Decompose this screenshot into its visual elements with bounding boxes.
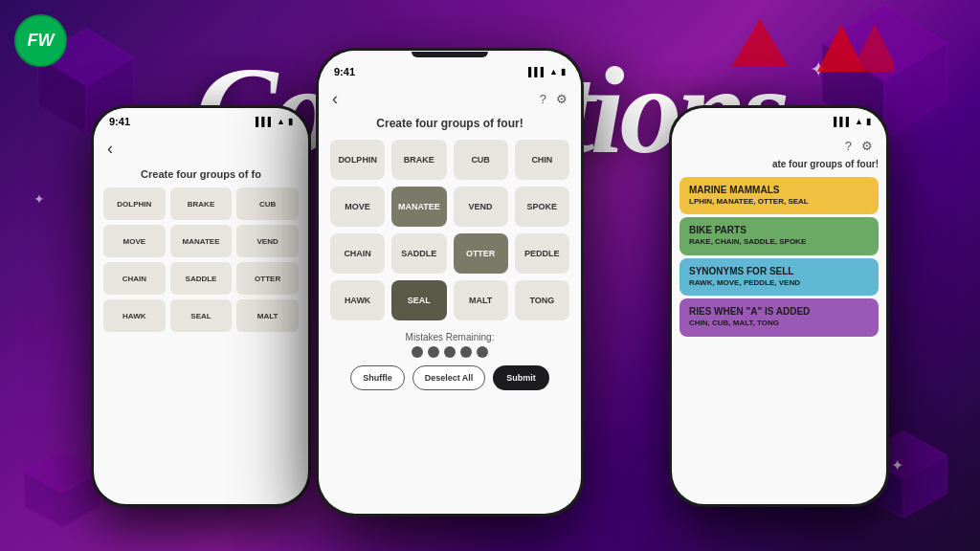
signal-icon-left: ▌▌▌ — [256, 117, 274, 126]
category-bike-title: BIKE PARTS — [689, 225, 869, 235]
settings-icon-right[interactable]: ⚙ — [861, 139, 873, 153]
category-added-title: RIES WHEN "A" IS ADDED — [689, 306, 869, 317]
help-icon[interactable]: ? — [540, 92, 546, 106]
word-tile[interactable]: DOLPHIN — [103, 187, 166, 220]
dot-5 — [477, 346, 488, 358]
dot-1 — [412, 346, 423, 358]
category-added: RIES WHEN "A" IS ADDED CHIN, CUB, MALT, … — [679, 298, 879, 336]
settings-icon[interactable]: ⚙ — [556, 92, 568, 106]
notch — [412, 52, 488, 57]
help-icon-right[interactable]: ? — [845, 139, 852, 153]
nav-bar-center: ‹ ? ⚙ — [319, 85, 581, 113]
nav-bar-left: ‹ — [94, 135, 308, 163]
phone-center: 9:41 ▌▌▌ ▲ ▮ ‹ ? ⚙ Create four groups of… — [316, 48, 584, 517]
word-tile-hawk[interactable]: HAWK — [330, 280, 385, 320]
category-marine: MARINE MAMMALS LPHIN, MANATEE, OTTER, SE… — [679, 177, 879, 214]
word-tile[interactable]: SADDLE — [170, 262, 233, 295]
word-tile[interactable]: CUB — [236, 187, 299, 220]
dot-2 — [428, 346, 439, 358]
category-sell: SYNONYMS FOR SELL RAWK, MOVE, PEDDLE, VE… — [679, 258, 879, 296]
phone-left-screen: 9:41 ▌▌▌ ▲ ▮ ‹ Create four groups of fo … — [94, 108, 308, 504]
word-tile-chin[interactable]: CHIN — [515, 140, 569, 180]
word-tile[interactable]: HAWK — [103, 299, 166, 332]
submit-button[interactable]: Submit — [493, 365, 549, 390]
category-bike-words: RAKE, CHAIN, SADDLE, SPOKE — [689, 237, 869, 247]
status-bar-left: 9:41 ▌▌▌ ▲ ▮ — [94, 108, 308, 135]
back-button-left[interactable]: ‹ — [107, 139, 113, 159]
category-sell-words: RAWK, MOVE, PEDDLE, VEND — [689, 278, 869, 288]
notch-area — [319, 51, 581, 58]
category-bike: BIKE PARTS RAKE, CHAIN, SADDLE, SPOKE — [679, 217, 879, 254]
wifi-icon-left: ▲ — [277, 117, 285, 126]
phone-right: ▌▌▌ ▲ ▮ ? ⚙ ate four groups of four! MAR… — [669, 105, 889, 507]
shuffle-button[interactable]: Shuffle — [350, 365, 405, 390]
phone-right-screen: ▌▌▌ ▲ ▮ ? ⚙ ate four groups of four! MAR… — [672, 108, 886, 504]
game-subtitle-center: Create four groups of four! — [319, 117, 581, 130]
word-tile-move[interactable]: MOVE — [330, 187, 385, 227]
status-icons-right: ▌▌▌ ▲ ▮ — [834, 117, 871, 126]
time-left: 9:41 — [109, 116, 130, 127]
word-tile[interactable]: MOVE — [103, 225, 166, 257]
battery-icon-center: ▮ — [561, 67, 566, 77]
word-tile[interactable]: BRAKE — [170, 187, 233, 220]
time-center: 9:41 — [334, 66, 355, 77]
word-tile-malt[interactable]: MALT — [454, 280, 508, 320]
game-buttons: Shuffle Deselect All Submit — [319, 365, 581, 390]
category-marine-title: MARINE MAMMALS — [689, 185, 869, 195]
word-tile-otter[interactable]: OTTER — [454, 233, 508, 274]
word-tile-manatee[interactable]: MANATEE — [391, 187, 446, 227]
word-tile[interactable]: VEND — [236, 225, 299, 257]
word-tile-cub[interactable]: CUB — [454, 140, 508, 180]
nav-icons-right: ? ⚙ — [845, 139, 873, 153]
word-tile[interactable]: MALT — [236, 299, 299, 332]
word-tile-saddle[interactable]: SADDLE — [391, 233, 446, 274]
category-added-words: CHIN, CUB, MALT, TONG — [689, 319, 869, 328]
status-bar-center: 9:41 ▌▌▌ ▲ ▮ — [319, 58, 581, 85]
category-marine-words: LPHIN, MANATEE, OTTER, SEAL — [689, 197, 869, 207]
mistake-dots — [319, 346, 581, 358]
word-tile[interactable]: MANATEE — [170, 225, 233, 257]
status-icons-center: ▌▌▌ ▲ ▮ — [528, 67, 566, 77]
fw-logo: FW — [14, 14, 67, 67]
word-tile-seal[interactable]: SEAL — [391, 280, 446, 320]
word-tile[interactable]: OTTER — [236, 262, 299, 295]
word-tile-peddle[interactable]: PEDDLE — [515, 233, 569, 274]
mistakes-section: Mistakes Remaining: — [319, 332, 581, 358]
nav-icons-center: ? ⚙ — [540, 92, 568, 106]
signal-icon-right: ▌▌▌ — [834, 117, 852, 126]
word-grid-left: DOLPHIN BRAKE CUB MOVE MANATEE VEND CHAI… — [103, 187, 299, 332]
mistakes-label: Mistakes Remaining: — [406, 332, 495, 342]
fw-logo-text: FW — [28, 31, 55, 51]
signal-icon-center: ▌▌▌ — [528, 67, 546, 77]
deselect-button[interactable]: Deselect All — [412, 365, 486, 390]
wifi-icon-right: ▲ — [855, 117, 863, 126]
nav-bar-right: ? ⚙ — [672, 135, 886, 157]
dot-4 — [460, 346, 472, 358]
word-grid-center: DOLPHIN BRAKE CUB CHIN MOVE MANATEE VEND… — [319, 140, 581, 320]
word-tile[interactable]: CHAIN — [103, 262, 166, 295]
dot-3 — [444, 346, 456, 358]
status-icons-left: ▌▌▌ ▲ ▮ — [256, 117, 293, 126]
wifi-icon-center: ▲ — [549, 67, 558, 77]
battery-icon-right: ▮ — [866, 117, 871, 126]
phone-center-screen: 9:41 ▌▌▌ ▲ ▮ ‹ ? ⚙ Create four groups of… — [319, 51, 581, 514]
word-tile-spoke[interactable]: SPOKE — [515, 187, 569, 227]
word-tile-dolphin[interactable]: DOLPHIN — [330, 140, 385, 180]
word-tile-vend[interactable]: VEND — [454, 187, 508, 227]
word-tile[interactable]: SEAL — [170, 299, 233, 332]
category-sell-title: SYNONYMS FOR SELL — [689, 266, 869, 276]
back-button-center[interactable]: ‹ — [332, 89, 338, 109]
status-bar-right: ▌▌▌ ▲ ▮ — [672, 108, 886, 135]
game-subtitle-right: ate four groups of four! — [672, 159, 886, 169]
game-content-left: Create four groups of fo DOLPHIN BRAKE C… — [94, 163, 308, 338]
game-subtitle-left: Create four groups of fo — [103, 168, 299, 180]
word-tile-chain[interactable]: CHAIN — [330, 233, 385, 274]
word-tile-brake[interactable]: BRAKE — [391, 140, 446, 180]
word-tile-tong[interactable]: TONG — [515, 280, 569, 320]
phone-left: 9:41 ▌▌▌ ▲ ▮ ‹ Create four groups of fo … — [91, 105, 311, 507]
battery-icon-left: ▮ — [288, 117, 293, 126]
